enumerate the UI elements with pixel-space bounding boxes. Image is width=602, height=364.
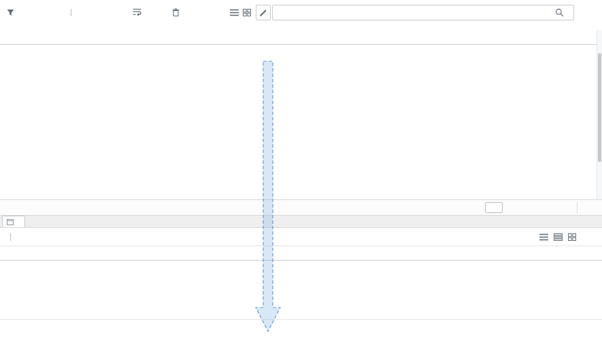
panel-divider: [0, 319, 602, 320]
panel-icon: [7, 219, 14, 225]
search-input[interactable]: [273, 9, 552, 17]
delete-icon: [172, 8, 180, 16]
list-view-icon[interactable]: [539, 233, 548, 241]
split-divider: [71, 9, 71, 16]
grid-view-icon[interactable]: [568, 233, 576, 241]
rows-view-icon[interactable]: [554, 233, 563, 241]
edit-search-button[interactable]: [256, 5, 271, 20]
group-table: [0, 246, 602, 261]
remove-button[interactable]: [75, 228, 78, 246]
grid-view-button[interactable]: [243, 0, 251, 24]
pager: [473, 200, 521, 215]
top-toolbar: [0, 0, 602, 24]
main-table: [0, 30, 597, 45]
filter-icon: [7, 9, 14, 16]
main-table-body: [0, 45, 597, 199]
panel-controls: [577, 202, 595, 214]
split-divider: [10, 233, 11, 241]
table-scrollbar[interactable]: [597, 30, 602, 199]
group-table-header: [0, 246, 602, 261]
wrap-icon: [133, 8, 141, 16]
app-root: [0, 0, 602, 364]
search-box: [272, 5, 574, 20]
delete-button[interactable]: [172, 0, 182, 24]
new-entry-button[interactable]: [66, 0, 76, 24]
search-icon[interactable]: [555, 8, 564, 17]
tab-g1[interactable]: [2, 216, 25, 227]
list-view-icon: [230, 9, 239, 16]
scrollbar-thumb[interactable]: [598, 53, 601, 162]
main-table-header: [0, 30, 597, 45]
pagination-bar: [0, 199, 602, 216]
filter-default-button[interactable]: [7, 0, 20, 24]
grid-view-icon: [243, 9, 251, 16]
list-view-button[interactable]: [230, 0, 239, 24]
new-entry-button[interactable]: [5, 228, 16, 246]
page-number-input[interactable]: [485, 202, 503, 213]
bottom-toolbar: [0, 228, 602, 246]
tab-bar: [0, 216, 602, 228]
edit-pencil-icon: [259, 9, 267, 17]
view-switcher: [539, 228, 576, 246]
wrap-toggle-button[interactable]: [133, 0, 144, 24]
